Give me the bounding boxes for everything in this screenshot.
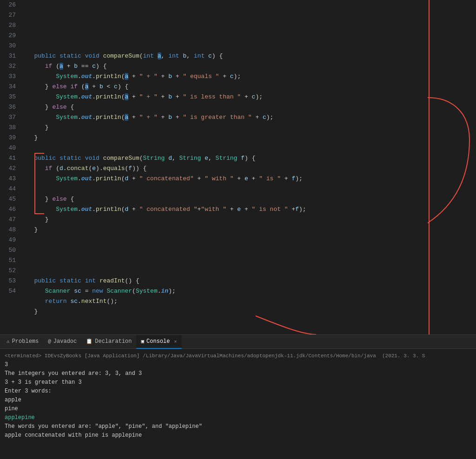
tab-problems[interactable]: ⚠Problems <box>2 335 43 349</box>
line-number-45: 45 <box>2 194 16 204</box>
code-line-36: } <box>23 133 476 143</box>
code-line-52: return sc.nextInt(); <box>23 296 476 307</box>
console-terminated-line: <terminated> IDEvsZyBooks [Java Applicat… <box>5 352 471 361</box>
declaration-tab-label: Declaration <box>95 338 132 345</box>
line-number-46: 46 <box>2 204 16 215</box>
code-line-40: System.out.println(d + " concatenated" +… <box>23 174 476 184</box>
line-number-49: 49 <box>2 235 16 245</box>
code-container: 2627282930313233343536373839404142434445… <box>0 0 476 334</box>
console-line-4: apple <box>5 396 471 405</box>
line-number-47: 47 <box>2 215 16 225</box>
code-line-47 <box>23 245 476 256</box>
line-number-48: 48 <box>2 225 16 235</box>
line-number-34: 34 <box>2 82 16 92</box>
line-number-29: 29 <box>2 31 16 41</box>
javadoc-tab-label: Javadoc <box>53 338 77 345</box>
line-number-32: 32 <box>2 61 16 72</box>
javadoc-tab-icon: @ <box>48 339 51 344</box>
line-number-30: 30 <box>2 41 16 51</box>
code-line-34: System.out.println(a + " + " + b + " is … <box>23 112 476 123</box>
code-line-51: Scanner sc = new Scanner(System.in); <box>23 286 476 296</box>
line-number-44: 44 <box>2 184 16 194</box>
line-number-27: 27 <box>2 10 16 20</box>
problems-tab-icon: ⚠ <box>7 338 10 344</box>
console-tab-label: Console <box>146 338 170 345</box>
code-line-42: } else { <box>23 194 476 204</box>
code-line-37 <box>23 143 476 153</box>
code-line-53: } <box>23 307 476 317</box>
line-number-52: 52 <box>2 266 16 276</box>
code-line-29: if (a + b == c) { <box>23 61 476 72</box>
code-line-41 <box>23 184 476 194</box>
code-line-45: } <box>23 225 476 235</box>
code-line-31: } else if (a + b < c) { <box>23 82 476 92</box>
line-number-50: 50 <box>2 245 16 256</box>
code-line-43: System.out.println(d + " concatenated "+… <box>23 204 476 215</box>
problems-tab-label: Problems <box>12 338 39 345</box>
code-line-50: public static int readInt() { <box>23 276 476 286</box>
code-line-44: } <box>23 215 476 225</box>
line-number-54: 54 <box>2 286 16 296</box>
tab-javadoc[interactable]: @Javadoc <box>43 335 81 349</box>
line-number-43: 43 <box>2 174 16 184</box>
code-line-38: public static void compareSum(String d, … <box>23 153 476 164</box>
console-line-2: 3 + 3 is greater than 3 <box>5 378 471 387</box>
line-number-36: 36 <box>2 102 16 112</box>
code-line-35: } <box>23 123 476 133</box>
tabs-bar: ⚠Problems@Javadoc📋Declaration▣Console✕ <box>0 335 476 349</box>
console-tab-icon: ▣ <box>141 338 144 344</box>
line-number-33: 33 <box>2 72 16 82</box>
code-line-54 <box>23 317 476 327</box>
console-output: <terminated> IDEvsZyBooks [Java Applicat… <box>0 349 476 459</box>
console-line-0: 3 <box>5 361 471 369</box>
code-line-46 <box>23 235 476 245</box>
line-number-51: 51 <box>2 256 16 266</box>
line-number-39: 39 <box>2 133 16 143</box>
tab-declaration[interactable]: 📋Declaration <box>81 335 136 349</box>
console-line-8: apple concatenated with pine is applepin… <box>5 431 471 440</box>
code-line-30: System.out.println(a + " + " + b + " equ… <box>23 72 476 82</box>
code-line-49 <box>23 266 476 276</box>
tab-console[interactable]: ▣Console✕ <box>136 335 181 349</box>
console-tab-close[interactable]: ✕ <box>174 339 177 344</box>
code-line-33: } else { <box>23 102 476 112</box>
code-line-28: public static void compareSum(int a, int… <box>23 51 476 61</box>
line-numbers: 2627282930313233343536373839404142434445… <box>0 0 20 334</box>
line-number-28: 28 <box>2 20 16 31</box>
console-line-1: The integers you entered are: 3, 3, and … <box>5 369 471 378</box>
code-line-39: if (d.concat(e).equals(f)) { <box>23 164 476 174</box>
console-line-5: pine <box>5 405 471 413</box>
console-line-7: The words you entered are: "apple", "pin… <box>5 422 471 431</box>
line-number-26: 26 <box>2 0 16 10</box>
line-number-37: 37 <box>2 112 16 123</box>
line-number-35: 35 <box>2 92 16 102</box>
console-line-3: Enter 3 words: <box>5 387 471 396</box>
line-number-31: 31 <box>2 51 16 61</box>
code-line-32: System.out.println(a + " + " + b + " is … <box>23 92 476 102</box>
editor-area: 2627282930313233343536373839404142434445… <box>0 0 476 334</box>
bottom-panel: ⚠Problems@Javadoc📋Declaration▣Console✕ <… <box>0 334 476 459</box>
console-line-6: applepine <box>5 413 471 422</box>
line-number-41: 41 <box>2 153 16 164</box>
code-line-26 <box>23 31 476 41</box>
line-number-53: 53 <box>2 276 16 286</box>
line-number-40: 40 <box>2 143 16 153</box>
line-number-38: 38 <box>2 123 16 133</box>
code-content[interactable]: public static void compareSum(int a, int… <box>20 0 476 334</box>
code-line-48 <box>23 256 476 266</box>
code-line-27 <box>23 41 476 51</box>
line-number-42: 42 <box>2 164 16 174</box>
declaration-tab-icon: 📋 <box>86 338 93 344</box>
